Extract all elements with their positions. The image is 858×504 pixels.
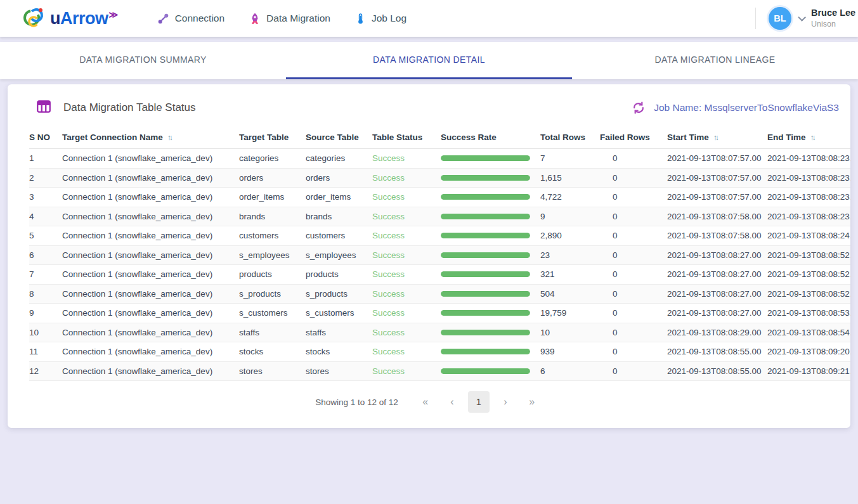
- cell-failed-rows: 0: [600, 361, 667, 381]
- cell-table-status: Success: [372, 188, 441, 207]
- nav-item-job-log[interactable]: Job Log: [354, 12, 406, 25]
- cell-target-table: stores: [239, 361, 306, 381]
- table-header-row: S NOTarget Connection Name↑↓Target Table…: [29, 126, 850, 149]
- cell-s-no: 5: [29, 226, 62, 246]
- cell-s-no: 2: [29, 168, 62, 188]
- table-row: 9Connection 1 (snowflake_america_dev)s_c…: [29, 304, 850, 323]
- table-row: 3Connection 1 (snowflake_america_dev)ord…: [29, 188, 850, 207]
- next-page-button[interactable]: ›: [495, 391, 516, 413]
- cell-target-table: stocks: [239, 342, 306, 362]
- column-header-connection[interactable]: Target Connection Name↑↓: [62, 126, 239, 149]
- tab-data-migration-detail[interactable]: DATA MIGRATION DETAIL: [286, 42, 572, 79]
- column-label: Failed Rows: [600, 132, 650, 142]
- cell-table-status: Success: [372, 304, 441, 323]
- logo-text-arrow: Arrow: [60, 9, 108, 28]
- sort-icon[interactable]: ↑↓: [713, 133, 717, 142]
- cell-source-table: stocks: [306, 342, 372, 362]
- cell-start-time: 2021-09-13T08:08:27.00: [667, 304, 767, 323]
- column-label: Table Status: [372, 132, 422, 142]
- cell-failed-rows: 0: [600, 342, 667, 362]
- tab-data-migration-lineage[interactable]: DATA MIGRATION LINEAGE: [572, 42, 858, 79]
- cell-target-table: orders: [239, 168, 306, 188]
- cell-end-time: 2021-09-13T08:09:21.00: [767, 361, 850, 381]
- cell-success-rate: [441, 284, 540, 304]
- prev-page-button[interactable]: ‹: [441, 391, 463, 413]
- cell-total-rows: 321: [540, 265, 600, 285]
- app-logo[interactable]: uArrow≫: [21, 4, 117, 32]
- column-header-start-time[interactable]: Start Time↑↓: [667, 126, 767, 149]
- cell-success-rate: [441, 207, 540, 226]
- table-footer: Showing 1 to 12 of 12 « ‹ 1 › »: [8, 381, 850, 419]
- cell-start-time: 2021-09-13T08:07:58.00: [667, 226, 767, 246]
- logo-arrows-icon: ≫: [109, 10, 118, 20]
- column-label: Target Connection Name: [62, 132, 163, 142]
- tab-bar: DATA MIGRATION SUMMARY DATA MIGRATION DE…: [0, 42, 858, 79]
- table-row: 12Connection 1 (snowflake_america_dev)st…: [29, 361, 850, 381]
- column-header-end-time[interactable]: End Time↑↓: [767, 126, 850, 149]
- user-section: BL Bruce Lee Unison: [755, 0, 855, 37]
- cell-s-no: 1: [29, 149, 62, 169]
- cell-success-rate: [441, 226, 540, 246]
- column-header-total-rows: Total Rows: [540, 126, 600, 149]
- main-nav: Connection Data Migration Job Log: [157, 12, 406, 25]
- success-rate-bar: [441, 214, 530, 219]
- cell-success-rate: [441, 245, 540, 265]
- tab-data-migration-summary[interactable]: DATA MIGRATION SUMMARY: [0, 42, 286, 79]
- cell-end-time: 2021-09-13T08:08:23.00: [767, 207, 850, 226]
- cell-start-time: 2021-09-13T08:08:27.00: [667, 284, 767, 304]
- cell-start-time: 2021-09-13T08:07:57.00: [667, 188, 767, 207]
- refresh-icon[interactable]: [632, 101, 646, 115]
- cell-start-time: 2021-09-13T08:08:29.00: [667, 323, 767, 342]
- cell-s-no: 8: [29, 284, 62, 304]
- cell-connection: Connection 1 (snowflake_america_dev): [62, 361, 239, 381]
- cell-end-time: 2021-09-13T08:08:52.00: [767, 284, 850, 304]
- cell-source-table: stores: [306, 361, 372, 381]
- table-row: 4Connection 1 (snowflake_america_dev)bra…: [29, 207, 850, 226]
- logo-wordmark: uArrow≫: [50, 9, 117, 29]
- cell-source-table: brands: [306, 207, 372, 226]
- cell-table-status: Success: [372, 342, 441, 362]
- cell-table-status: Success: [372, 226, 441, 246]
- cell-end-time: 2021-09-13T08:08:23.00: [767, 149, 850, 169]
- first-page-button[interactable]: «: [415, 391, 436, 413]
- cell-start-time: 2021-09-13T08:08:55.00: [667, 361, 767, 381]
- page-number-button[interactable]: 1: [468, 391, 490, 413]
- last-page-button[interactable]: »: [521, 391, 543, 413]
- cell-total-rows: 1,615: [540, 168, 600, 188]
- sort-icon[interactable]: ↑↓: [167, 133, 171, 142]
- column-label: Start Time: [667, 132, 709, 142]
- cell-s-no: 11: [29, 342, 62, 362]
- user-org: Unison: [811, 19, 855, 30]
- table-row: 7Connection 1 (snowflake_america_dev)pro…: [29, 265, 850, 285]
- table-row: 8Connection 1 (snowflake_america_dev)s_p…: [29, 284, 850, 304]
- success-rate-bar: [441, 233, 530, 238]
- table-row: 11Connection 1 (snowflake_america_dev)st…: [29, 342, 850, 362]
- chevron-down-icon[interactable]: [798, 13, 806, 22]
- nav-item-data-migration[interactable]: Data Migration: [249, 12, 330, 25]
- column-label: S NO: [29, 132, 50, 142]
- cell-total-rows: 4,722: [540, 188, 600, 207]
- success-rate-bar: [441, 155, 530, 161]
- nav-item-connection[interactable]: Connection: [157, 12, 224, 25]
- sort-icon[interactable]: ↑↓: [810, 133, 814, 142]
- cell-table-status: Success: [372, 149, 441, 169]
- cell-failed-rows: 0: [600, 149, 667, 169]
- cell-table-status: Success: [372, 284, 441, 304]
- cell-s-no: 7: [29, 265, 62, 285]
- table-row: 10Connection 1 (snowflake_america_dev)st…: [29, 323, 850, 342]
- success-rate-bar: [441, 291, 530, 297]
- success-rate-bar: [441, 271, 530, 277]
- cell-success-rate: [441, 361, 540, 381]
- cell-source-table: s_products: [306, 284, 372, 304]
- avatar[interactable]: BL: [769, 7, 791, 30]
- success-rate-bar: [441, 175, 530, 181]
- column-header-source-table: Source Table: [306, 126, 372, 149]
- cell-table-status: Success: [372, 265, 441, 285]
- migration-table: S NOTarget Connection Name↑↓Target Table…: [29, 126, 850, 381]
- success-rate-bar: [441, 349, 530, 354]
- cell-failed-rows: 0: [600, 284, 667, 304]
- table-row: 1Connection 1 (snowflake_america_dev)cat…: [29, 149, 850, 169]
- cell-failed-rows: 0: [600, 323, 667, 342]
- cell-source-table: staffs: [306, 323, 372, 342]
- cell-table-status: Success: [372, 361, 441, 381]
